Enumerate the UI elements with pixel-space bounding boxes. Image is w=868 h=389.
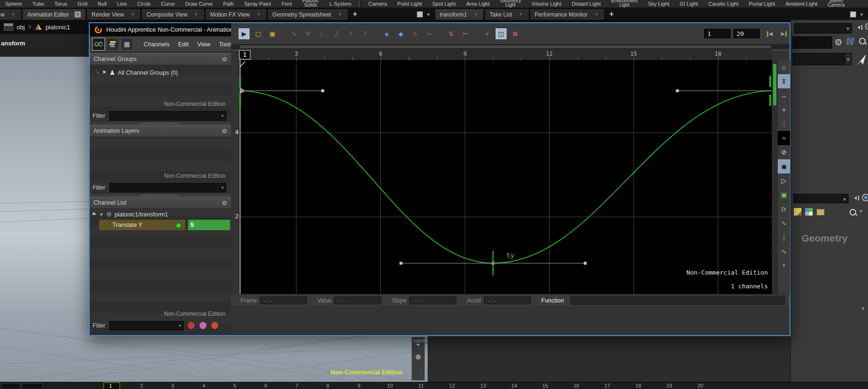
playbar-frame-number[interactable]: 20 [697, 383, 703, 389]
new-tab-button[interactable]: + [349, 10, 361, 20]
graph-side-icon[interactable]: ▷ [778, 173, 790, 188]
table-view-mode-button[interactable] [106, 38, 119, 51]
playbar-frame-number[interactable]: 3 [171, 383, 174, 389]
take-selector-dropdown[interactable] [792, 53, 844, 65]
graph-view-mode-button[interactable] [92, 38, 105, 51]
path-segment-obj[interactable]: obj [17, 24, 25, 31]
shelf-tool[interactable]: Curve [156, 1, 180, 7]
shelf-tool[interactable]: L-System [324, 1, 356, 7]
playbar-frame-number[interactable]: 5 [233, 383, 236, 389]
playbar-field[interactable] [22, 383, 43, 389]
tab-close-icon[interactable]: × [256, 11, 262, 17]
shelf-tool[interactable]: Spray Paint [239, 1, 276, 7]
graph-side-icon[interactable]: ¦ [778, 230, 790, 244]
pane-maximize-icon[interactable] [417, 11, 423, 17]
playbar-frame-number[interactable]: 8 [327, 383, 329, 389]
tab-close-icon[interactable]: × [593, 11, 600, 17]
pane-tab[interactable]: Composite View × [141, 9, 204, 20]
gear-icon[interactable]: ⚙ [222, 128, 227, 135]
status-field-input[interactable]: - - - [260, 296, 307, 304]
scope-pin-icon[interactable]: ⚑ [92, 211, 96, 217]
shelf-tool[interactable]: GeometryLight [495, 0, 526, 7]
graph-tool-icon[interactable]: ▶ [239, 28, 249, 39]
target-icon[interactable] [865, 23, 868, 30]
shelf-tool[interactable]: GI Light [675, 1, 704, 7]
filter-input[interactable]: ▼ [109, 321, 184, 330]
status-field-input[interactable]: - - - [484, 296, 531, 304]
graph-tool-icon[interactable]: ◫ [496, 28, 507, 39]
playbar-frame-number[interactable]: 16 [573, 383, 579, 389]
graph-tool-icon[interactable]: ∾ [424, 28, 435, 39]
graph-side-icon[interactable]: ▣ [778, 188, 790, 202]
jump-to-end-button[interactable]: ▶ [778, 29, 790, 38]
graph-tool-icon[interactable]: ⊠ [510, 28, 521, 39]
chevron-down-icon[interactable]: ▼ [221, 114, 224, 118]
graph-side-icon[interactable]: ∿ [778, 216, 790, 230]
menu-item[interactable]: Edit [174, 41, 193, 48]
graph-tool-icon[interactable]: + [481, 28, 492, 39]
scroll-down-caret-icon[interactable]: ▼ [861, 306, 865, 311]
filter-input[interactable]: ▼ [109, 111, 226, 121]
pin-icon[interactable] [855, 25, 863, 30]
shelf-tool[interactable]: Sphere [0, 1, 27, 7]
graph-tool-icon[interactable]: ∿ [410, 28, 421, 39]
scope-off-icon[interactable] [188, 322, 195, 329]
graph-side-icon[interactable]: ≈ [778, 131, 790, 145]
channel-groups-header[interactable]: Channel Groups ⚙ [90, 53, 231, 65]
scope-pink-icon[interactable] [199, 322, 206, 329]
pane-tab[interactable]: Geometry Spreadsheet × [267, 9, 348, 20]
search-icon[interactable] [859, 38, 866, 44]
filter-input[interactable]: ▼ [109, 183, 226, 192]
playbar-frame-number[interactable]: 1 [109, 383, 112, 389]
select-cursor-icon[interactable] [855, 53, 868, 66]
graph-tool-icon[interactable]: ╱ [331, 28, 342, 39]
graph-horizontal-scrollbar[interactable] [231, 44, 790, 49]
shelf-tool[interactable]: PlatonicSolids [297, 0, 325, 7]
status-field-input[interactable]: - - - [334, 296, 381, 304]
graph-tool-icon[interactable]: ◆ [395, 28, 406, 39]
search-icon[interactable] [850, 209, 856, 216]
pin-icon[interactable] [851, 195, 860, 201]
tab-close-icon[interactable]: × [75, 11, 81, 17]
playbar-frame-number[interactable]: 11 [418, 383, 423, 389]
tab-close-icon[interactable]: × [10, 11, 17, 17]
graph-tool-icon[interactable]: I [345, 28, 356, 39]
obj-context-icon[interactable] [4, 23, 13, 31]
menu-item[interactable]: View [193, 41, 215, 48]
view-zoom-icon[interactable]: ⊕ [412, 350, 424, 363]
shelf-tool[interactable]: EnvironmentLight [606, 0, 643, 7]
playbar-frame-number[interactable]: 13 [480, 383, 486, 389]
graph-tool-icon[interactable]: ▢ [253, 28, 264, 39]
shelf-tool[interactable]: Draw Curve [180, 1, 218, 7]
gear-icon[interactable]: ⚙ [222, 199, 227, 207]
playbar-field[interactable] [1, 383, 20, 389]
keyed-indicator-icon[interactable] [176, 223, 181, 228]
pane-tab[interactable]: Render View × [86, 9, 141, 20]
playbar-frame-number[interactable]: 2 [140, 383, 143, 389]
graph-side-icon[interactable]: ⊘ [778, 145, 790, 159]
playbar-frame-number[interactable]: 17 [604, 383, 610, 389]
shelf-tool[interactable]: Caustic Light [703, 1, 744, 7]
channel-group-root-item[interactable]: └ ⚑ ♟ All Channel Groups (0) [90, 67, 231, 78]
shelf-tool[interactable]: StereoCamera [823, 0, 850, 7]
graph-side-icon[interactable]: ⇕ [778, 74, 790, 88]
tree-pin-icon[interactable]: ⚑ [102, 69, 107, 76]
pane-tab[interactable]: Take List × [484, 9, 529, 20]
pane-tab[interactable]: transform1 × [435, 9, 484, 20]
dopesheet-view-mode-button[interactable]: ▦ [120, 38, 133, 51]
shelf-tool[interactable]: Volume Light [526, 1, 567, 7]
pane-tab[interactable]: Motion FX View × [205, 9, 267, 20]
channel-name-cell[interactable]: Translate Y [99, 220, 185, 230]
graph-tool-icon[interactable]: ⇅ [446, 28, 456, 39]
camera-selector-dropdown[interactable]: ▼ [794, 23, 852, 34]
playbar-frame-number[interactable]: 14 [511, 383, 517, 389]
frame-end-input[interactable]: 20 [733, 29, 760, 38]
gear-icon[interactable]: ⚙ [222, 56, 227, 63]
graph-side-icon[interactable]: + [778, 103, 790, 117]
graph-plot-area[interactable]: ty Non-Commercial Edition 1 channels [239, 60, 772, 294]
playbar-frame-number[interactable]: 19 [666, 383, 672, 389]
graph-tool-icon[interactable]: ▣ [267, 28, 278, 39]
shelf-tool[interactable]: Torus [49, 1, 72, 7]
playbar-frame-number[interactable]: 15 [542, 383, 548, 389]
shelf-tool[interactable]: Null [93, 1, 112, 7]
